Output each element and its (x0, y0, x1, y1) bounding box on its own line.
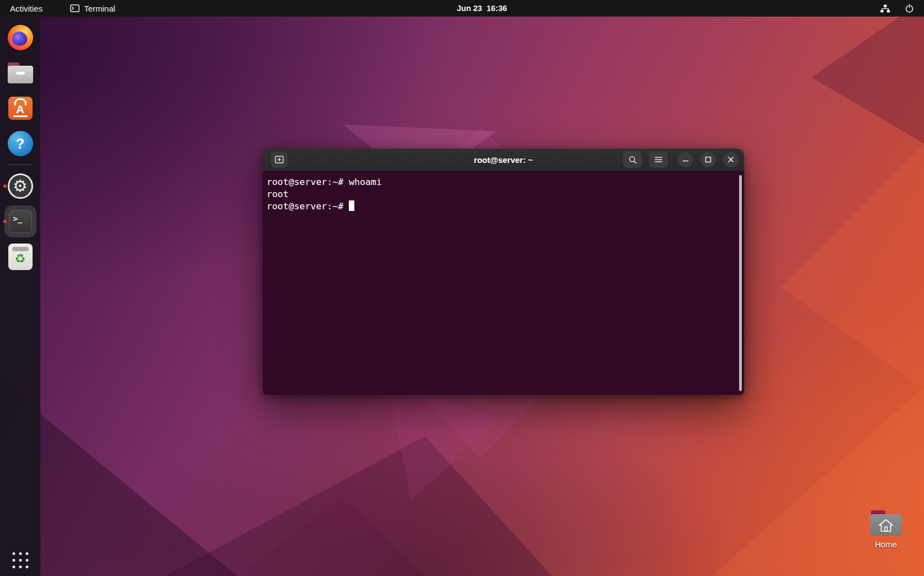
new-tab-button[interactable] (271, 151, 288, 168)
focused-app-label: Terminal (84, 4, 115, 13)
home-folder-icon (870, 510, 902, 536)
terminal-line: root (267, 188, 736, 200)
dock-item-trash[interactable]: ♻ (0, 239, 40, 274)
search-button[interactable] (623, 151, 642, 168)
home-folder-label: Home (875, 540, 897, 549)
files-icon (8, 62, 33, 83)
maximize-button[interactable] (700, 152, 716, 167)
terminal-content[interactable]: root@server:~# whoami root root@server:~… (263, 171, 744, 395)
ubuntu-software-icon: A (8, 97, 33, 120)
focused-app-menu[interactable]: Terminal (62, 0, 123, 17)
software-letter: A (16, 104, 24, 115)
dock: A ? ⚙ >_ ♻ (0, 17, 40, 576)
window-title: root@server: ~ (474, 155, 533, 165)
power-icon (905, 4, 914, 13)
dock-item-firefox[interactable] (0, 20, 40, 55)
terminal-scrollbar[interactable] (739, 175, 742, 391)
dock-item-help[interactable]: ? (0, 126, 40, 161)
minimize-button[interactable] (678, 152, 693, 167)
network-icon (880, 4, 890, 13)
running-indicator (3, 184, 7, 188)
top-bar-left: Activities Terminal (0, 0, 123, 17)
terminal-line: root@server:~# whoami (267, 176, 736, 188)
menu-button[interactable] (649, 151, 668, 168)
trash-icon: ♻ (8, 244, 33, 270)
active-app-highlight: >_ (4, 205, 36, 237)
settings-gear-icon: ⚙ (8, 173, 33, 199)
terminal-icon: >_ (9, 210, 32, 233)
terminal-app-icon (70, 4, 79, 12)
dock-item-ubuntu-software[interactable]: A (0, 91, 40, 126)
help-glyph: ? (16, 135, 25, 152)
window-headerbar[interactable]: root@server: ~ (263, 149, 744, 171)
help-icon: ? (8, 131, 33, 156)
activities-label: Activities (10, 4, 43, 13)
dock-item-terminal[interactable]: >_ (0, 204, 40, 239)
clock-label: Jun 23 16:36 (456, 4, 507, 13)
new-tab-icon (275, 156, 284, 163)
search-icon (629, 156, 637, 164)
terminal-cursor (349, 200, 354, 211)
terminal-line: root@server:~# (267, 200, 736, 213)
running-indicator (3, 220, 7, 223)
hamburger-menu-icon (655, 156, 662, 163)
dock-item-settings[interactable]: ⚙ (0, 168, 40, 204)
activities-button[interactable]: Activities (0, 0, 52, 17)
gear-glyph: ⚙ (13, 178, 28, 194)
minimize-icon (682, 156, 689, 163)
house-icon (878, 517, 894, 533)
terminal-prompt-glyph: >_ (13, 214, 23, 223)
maximize-icon (705, 156, 711, 163)
dock-item-files[interactable] (0, 55, 40, 91)
system-status-area[interactable] (880, 0, 924, 17)
show-applications-button[interactable] (12, 552, 28, 568)
recycle-glyph: ♻ (15, 253, 26, 265)
close-icon (727, 156, 734, 163)
close-button[interactable] (723, 152, 739, 167)
home-folder-shortcut[interactable]: Home (864, 510, 907, 549)
clock-menu[interactable]: Jun 23 16:36 (456, 0, 507, 17)
dock-separator (8, 165, 33, 165)
terminal-window: root@server: ~ (263, 149, 744, 395)
top-bar: Activities Terminal Jun 23 16:36 (0, 0, 924, 17)
firefox-icon (8, 25, 33, 50)
